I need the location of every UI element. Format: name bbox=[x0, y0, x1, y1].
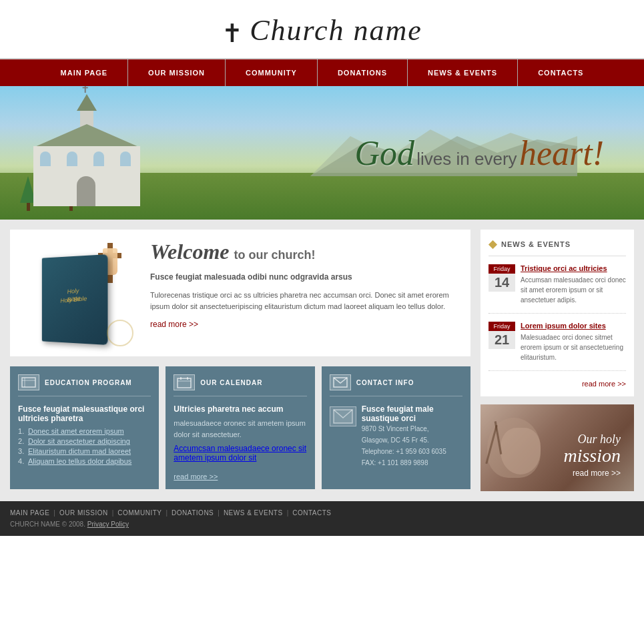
bible-image: HolyBible bbox=[20, 240, 140, 346]
footer-privacy-policy[interactable]: Privacy Policy bbox=[87, 521, 129, 528]
footer-main-page[interactable]: MAIN PAGE bbox=[10, 509, 49, 517]
news-title-1[interactable]: Tristique orci ac ultricies bbox=[521, 264, 626, 272]
footer-divider-1: | bbox=[53, 509, 55, 517]
calendar-header: OUR CALENDAR bbox=[174, 374, 306, 396]
welcome-body: Tulorecenas tristique orci ac ss ultrici… bbox=[150, 290, 460, 313]
footer-divider-4: | bbox=[218, 509, 220, 517]
footer-contacts[interactable]: CONTACTS bbox=[292, 509, 331, 517]
footer-divider-5: | bbox=[287, 509, 289, 517]
nav-news-events[interactable]: NEWS & EVENTS bbox=[408, 59, 517, 86]
date-box-2: Friday 21 bbox=[489, 322, 515, 362]
cross-icon: ✝ bbox=[222, 19, 244, 47]
news-header-label: NEWS & EVENTS bbox=[501, 240, 571, 248]
day-label-2: Friday bbox=[489, 322, 515, 331]
footer-donations[interactable]: DONATIONS bbox=[172, 509, 214, 517]
news-read-more-container: read more >> bbox=[489, 379, 626, 388]
news-events-section: ◆ NEWS & EVENTS Friday 14 Tristique orci… bbox=[480, 230, 634, 396]
welcome-heading: Welcome to our church! bbox=[150, 240, 460, 264]
contact-heading: Fusce feugiat male suastique orci bbox=[362, 404, 434, 423]
mission-banner: Our holy mission read more >> bbox=[480, 404, 634, 491]
news-content-2: Lorem ipsum dolor sites Malesuadaec orci… bbox=[521, 322, 626, 362]
edu-link-1[interactable]: Donec sit amet erorem ipsum bbox=[28, 427, 124, 435]
calendar-header-label: OUR CALENDAR bbox=[200, 379, 262, 386]
edu-link-2[interactable]: Dolor sit ansectetuer adipiscing bbox=[28, 437, 130, 445]
date-box-1: Friday 14 bbox=[489, 264, 515, 305]
site-footer: MAIN PAGE | OUR MISSION | COMMUNITY | DO… bbox=[0, 501, 644, 536]
mission-text: Our holy mission bbox=[563, 432, 621, 465]
news-title-2[interactable]: Lorem ipsum dolor sites bbox=[521, 322, 626, 330]
nav-community[interactable]: COMMUNITY bbox=[226, 59, 317, 86]
news-body-2: Malesuadaec orci donec sitmet erorem ips… bbox=[521, 332, 626, 362]
contact-telephone: Telephone: +1 959 603 6035 bbox=[362, 446, 462, 457]
education-header: EDUCATION PROGRAM bbox=[18, 374, 151, 396]
svg-rect-5 bbox=[178, 378, 191, 388]
contact-icon bbox=[330, 374, 351, 390]
calendar-icon bbox=[174, 374, 195, 390]
calendar-heading: Ultricies pharetra nec accum bbox=[174, 404, 306, 414]
footer-divider-3: | bbox=[166, 509, 168, 517]
contact-header-label: CONTACT INFO bbox=[356, 379, 414, 386]
education-box: EDUCATION PROGRAM Fusce feugiat malesuas… bbox=[10, 366, 159, 489]
contact-header: CONTACT INFO bbox=[330, 374, 462, 396]
welcome-text-area: Welcome to our church! Fusce feugiat mal… bbox=[150, 240, 460, 346]
news-body-1: Accumsan malesuadaec orci donec sit amet… bbox=[521, 275, 626, 305]
calendar-read-more[interactable]: read more >> bbox=[174, 472, 218, 480]
education-heading: Fusce feugiat malesuastique orci ultrici… bbox=[18, 404, 151, 423]
tagline-middle: lives in every bbox=[416, 149, 517, 169]
nav-main-page[interactable]: MAIN PAGE bbox=[41, 59, 128, 86]
news-header: ◆ NEWS & EVENTS bbox=[489, 238, 626, 256]
three-column-section: EDUCATION PROGRAM Fusce feugiat malesuas… bbox=[10, 366, 470, 489]
mission-label: mission bbox=[563, 446, 621, 465]
site-header: ✝Church name bbox=[0, 0, 644, 59]
contact-city: Glasgow, DC 45 Fr 45. bbox=[362, 434, 462, 446]
hero-banner: ✝ God lives in every heart! bbox=[0, 86, 644, 220]
welcome-intro: Fusce feugiat malesuada odibi nunc odgra… bbox=[150, 271, 460, 284]
nav-our-mission[interactable]: OUR MISSION bbox=[128, 59, 225, 86]
welcome-read-more[interactable]: read more >> bbox=[150, 320, 198, 329]
edu-link-3[interactable]: Elitauristum dictum mad laoreet bbox=[28, 447, 131, 455]
contact-box: CONTACT INFO Fusce feugiat male suastiqu… bbox=[322, 366, 470, 489]
main-content: HolyBible Welcome to our church! Fusce f… bbox=[0, 220, 644, 501]
news-item-1: Friday 14 Tristique orci ac ultricies Ac… bbox=[489, 264, 626, 314]
calendar-body: malesuadaece oronec sit ametem ipsum dol… bbox=[174, 418, 306, 440]
nav-contacts[interactable]: CONTACTS bbox=[518, 59, 603, 86]
footer-bottom: CHURCH NAME © 2008. Privacy Policy bbox=[10, 521, 634, 528]
footer-community[interactable]: COMMUNITY bbox=[117, 509, 162, 517]
welcome-section: HolyBible Welcome to our church! Fusce f… bbox=[10, 230, 470, 356]
day-num-2: 21 bbox=[489, 331, 515, 349]
education-list: Donec sit amet erorem ipsum Dolor sit an… bbox=[18, 427, 151, 465]
mission-read-more[interactable]: read more >> bbox=[573, 468, 621, 478]
sidebar: ◆ NEWS & EVENTS Friday 14 Tristique orci… bbox=[480, 230, 634, 491]
news-item-2: Friday 21 Lorem ipsum dolor sites Malesu… bbox=[489, 322, 626, 371]
contact-fax: FAX: +1 101 889 9898 bbox=[362, 457, 462, 468]
footer-divider-2: | bbox=[112, 509, 114, 517]
site-title-text: Church name bbox=[250, 14, 422, 47]
banner-tagline: God lives in every heart! bbox=[354, 133, 604, 173]
edu-link-4[interactable]: Aliquam leo tellus dolor dapibus bbox=[28, 457, 131, 465]
education-header-label: EDUCATION PROGRAM bbox=[45, 379, 132, 386]
day-num-1: 14 bbox=[489, 274, 515, 292]
tagline-god: God bbox=[354, 134, 414, 172]
news-diamond-icon: ◆ bbox=[489, 238, 497, 250]
list-item: Donec sit amet erorem ipsum bbox=[18, 427, 151, 435]
svg-rect-2 bbox=[22, 378, 35, 387]
list-item: Dolor sit ansectetuer adipiscing bbox=[18, 437, 151, 445]
mission-our: Our holy bbox=[563, 432, 621, 446]
news-read-more[interactable]: read more >> bbox=[582, 380, 626, 388]
nav-donations[interactable]: DONATIONS bbox=[318, 59, 407, 86]
education-icon bbox=[18, 374, 39, 390]
footer-navigation: MAIN PAGE | OUR MISSION | COMMUNITY | DO… bbox=[10, 509, 634, 517]
contact-inner: Fusce feugiat male suastique orci 9870 S… bbox=[330, 404, 462, 468]
footer-copyright: CHURCH NAME © 2008. bbox=[10, 521, 85, 528]
footer-news-events[interactable]: NEWS & EVENTS bbox=[224, 509, 283, 517]
mail-icon bbox=[330, 406, 356, 426]
list-item: Aliquam leo tellus dolor dapibus bbox=[18, 457, 151, 465]
bible-book: HolyBible bbox=[42, 254, 108, 345]
day-label-1: Friday bbox=[489, 264, 515, 274]
calendar-link[interactable]: Accumcsan malesuadaece oronec sit ametem… bbox=[174, 444, 306, 462]
tagline-heart: heart! bbox=[519, 134, 604, 172]
footer-our-mission[interactable]: OUR MISSION bbox=[59, 509, 108, 517]
content-left: HolyBible Welcome to our church! Fusce f… bbox=[10, 230, 470, 491]
main-navigation: MAIN PAGE OUR MISSION COMMUNITY DONATION… bbox=[0, 59, 644, 86]
news-content-1: Tristique orci ac ultricies Accumsan mal… bbox=[521, 264, 626, 305]
